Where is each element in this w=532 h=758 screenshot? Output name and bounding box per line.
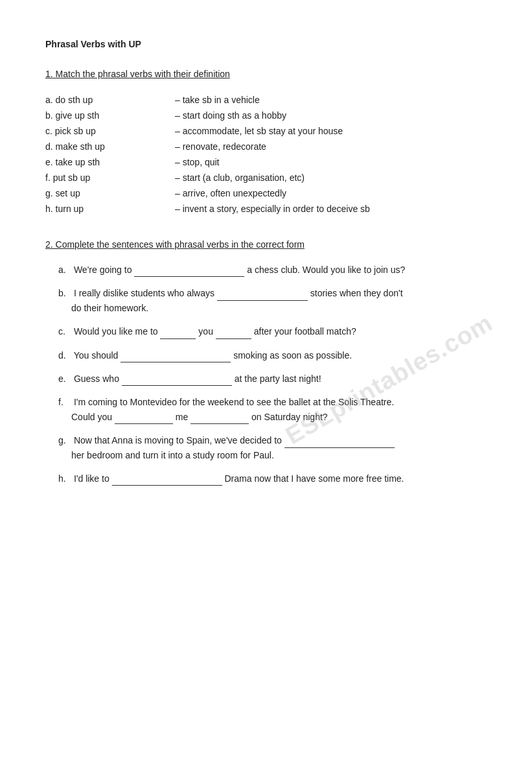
blank	[112, 475, 222, 486]
list-item: b. I really dislike students who always …	[58, 286, 487, 315]
list-item: h. I'd like to Drama now that I have som…	[58, 471, 487, 486]
list-item: f. I'm coming to Montevideo for the week…	[58, 395, 487, 424]
table-row: h. turn up – invent a story, especially …	[45, 201, 487, 217]
table-row: f. put sb up – start (a club, organisati…	[45, 170, 487, 185]
section1: 1. Match the phrasal verbs with their de…	[45, 69, 487, 217]
table-row: c. pick sb up – accommodate, let sb stay…	[45, 123, 487, 139]
list-item: e. Guess who at the party last night!	[58, 372, 487, 386]
table-row: a. do sth up – take sb in a vehicle	[45, 92, 487, 108]
blank	[115, 414, 173, 424]
table-row: e. take up sth – stop, quit	[45, 154, 487, 170]
section1-heading: 1. Match the phrasal verbs with their de…	[45, 69, 487, 79]
section2-heading: 2. Complete the sentences with phrasal v…	[45, 239, 487, 250]
list-item: a. We're going to a chess club. Would yo…	[58, 263, 487, 277]
blank	[122, 375, 232, 386]
blank	[284, 438, 395, 448]
table-row: d. make sth up – renovate, redecorate	[45, 139, 487, 154]
list-item: g. Now that Anna is moving to Spain, we'…	[58, 433, 487, 462]
blank	[191, 414, 249, 424]
blank	[160, 329, 196, 339]
section2: 2. Complete the sentences with phrasal v…	[45, 239, 487, 486]
blank	[134, 266, 244, 277]
table-row: b. give up sth – start doing sth as a ho…	[45, 108, 487, 123]
blank	[121, 352, 231, 362]
table-row: g. set up – arrive, often unexpectedly	[45, 185, 487, 201]
sentences-list: a. We're going to a chess club. Would yo…	[45, 263, 487, 486]
list-item: d. You should smoking as soon as possibl…	[58, 348, 487, 362]
blank	[217, 290, 308, 301]
page-title: Phrasal Verbs with UP	[45, 39, 487, 49]
list-item: c. Would you like me to you after your f…	[58, 324, 487, 338]
blank	[216, 329, 251, 339]
match-table: a. do sth up – take sb in a vehicle b. g…	[45, 92, 487, 217]
